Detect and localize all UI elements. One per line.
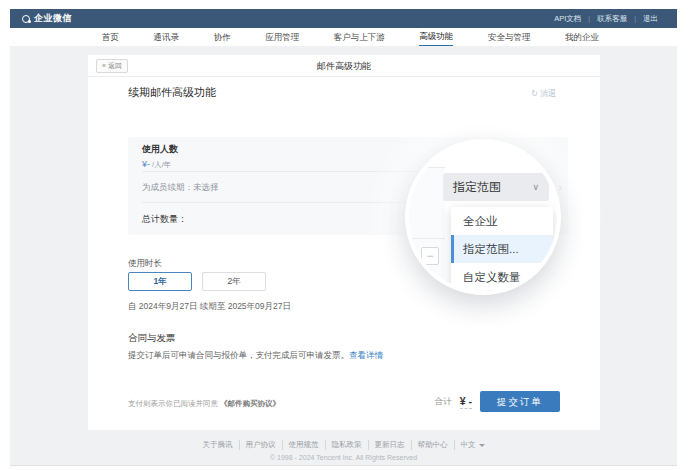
- wecom-logo-icon: [22, 15, 30, 23]
- view-details-link[interactable]: 查看详情: [349, 350, 383, 360]
- logout-link[interactable]: 退出: [636, 14, 665, 24]
- refund-icon: ↻: [531, 89, 538, 98]
- footer-privacy-policy[interactable]: 隐私政策: [326, 440, 369, 450]
- main-nav: 首页 通讯录 协作 应用管理 客户与上下游 高级功能 安全与管理 我的企业: [10, 28, 677, 46]
- scope-dropdown-trigger[interactable]: 指定范围 ∨: [443, 173, 549, 201]
- contract-desc-text: 提交订单后可申请合同与报价单，支付完成后可申请发票。: [128, 350, 349, 360]
- renew-label: 为成员续期：: [142, 182, 193, 192]
- topbar: 企业微信 API文档 | 联系客服 | 退出: [10, 9, 677, 28]
- menu-option-whole-company[interactable]: 全企业: [451, 207, 553, 235]
- footer: 关于腾讯 用户协议 使用规范 隐私政策 更新日志 帮助中心 中文 © 1998 …: [10, 440, 677, 461]
- nav-advanced-features[interactable]: 高级功能: [419, 28, 453, 47]
- refund-label: 清退: [540, 88, 556, 99]
- renewal-period-text: 自 2024年9月27日 续期至 2025年09月27日: [128, 301, 291, 313]
- footer-language-selector[interactable]: 中文: [455, 440, 491, 450]
- price-unit: /人/年: [150, 160, 171, 169]
- wecom-logo-text: 企业微信: [34, 12, 72, 25]
- back-label: 返回: [108, 60, 122, 72]
- contract-invoice-desc: 提交订单后可申请合同与报价单，支付完成后可申请发票。查看详情: [128, 350, 383, 362]
- copyright-text: © 1998 - 2024 Tencent Inc. All Rights Re…: [10, 454, 677, 461]
- topbar-links: API文档 | 联系客服 | 退出: [547, 14, 665, 24]
- footer-help-center[interactable]: 帮助中心: [412, 440, 455, 450]
- pay-cluster: 合计 ¥ - 提交订单: [435, 391, 560, 412]
- nav-contacts[interactable]: 通讯录: [154, 29, 180, 46]
- total-label: 合计: [435, 396, 452, 408]
- menu-option-specified-scope[interactable]: 指定范围...: [451, 235, 553, 263]
- chevron-right-icon[interactable]: ›: [558, 172, 562, 202]
- footer-user-agreement[interactable]: 用户协议: [240, 440, 283, 450]
- nav-home[interactable]: 首页: [102, 29, 119, 46]
- section-title: 续期邮件高级功能: [128, 85, 216, 100]
- agreement-prefix: 支付则表示你已阅读并同意: [128, 399, 220, 408]
- contract-invoice-title: 合同与发票: [128, 332, 176, 345]
- divider: [409, 238, 445, 239]
- footer-changelog[interactable]: 更新日志: [369, 440, 412, 450]
- purchase-agreement-link[interactable]: 《邮件购买协议》: [220, 399, 280, 408]
- api-docs-link[interactable]: API文档: [547, 14, 588, 24]
- contact-support-link[interactable]: 联系客服: [590, 14, 634, 24]
- footer-links: 关于腾讯 用户协议 使用规范 隐私政策 更新日志 帮助中心 中文: [10, 440, 677, 450]
- agreement-text: 支付则表示你已阅读并同意 《邮件购买协议》: [128, 399, 280, 409]
- back-button[interactable]: « 返回: [96, 59, 128, 73]
- page: 企业微信 API文档 | 联系客服 | 退出 首页 通讯录 协作 应用管理 客户…: [0, 0, 688, 470]
- total-quantity-label: 总计数量：: [142, 214, 187, 224]
- duration-2year-button[interactable]: 2年: [202, 272, 266, 291]
- back-icon: «: [102, 60, 106, 72]
- total-amount: ¥ -: [460, 395, 472, 409]
- card-header: « 返回 邮件高级功能: [88, 55, 600, 77]
- submit-order-button[interactable]: 提交订单: [480, 391, 560, 412]
- nav-customers[interactable]: 客户与上下游: [334, 29, 385, 46]
- footer-usage-rules[interactable]: 使用规范: [283, 440, 326, 450]
- duration-1year-button[interactable]: 1年: [128, 272, 192, 291]
- wecom-logo: 企业微信: [22, 12, 72, 25]
- content-area: « 返回 邮件高级功能 续期邮件高级功能 ↻ 清退 使用人数 ¥- /人/年 为…: [10, 46, 677, 466]
- footer-about-tencent[interactable]: 关于腾讯: [197, 440, 240, 450]
- magnifier-spotlight: − 指定范围 ∨ 全企业 指定范围... 自定义数量: [405, 139, 561, 295]
- nav-collaboration[interactable]: 协作: [214, 29, 231, 46]
- nav-security-management[interactable]: 安全与管理: [488, 29, 531, 46]
- duration-options: 1年 2年: [128, 272, 266, 291]
- nav-app-management[interactable]: 应用管理: [265, 29, 299, 46]
- scope-dropdown-value: 指定范围: [453, 179, 501, 196]
- caret-down-icon: [479, 444, 485, 447]
- duration-label: 使用时长: [128, 258, 162, 270]
- refund-link[interactable]: ↻ 清退: [531, 88, 556, 99]
- renew-value: 未选择: [193, 182, 219, 192]
- quantity-minus-button[interactable]: −: [421, 247, 439, 265]
- nav-my-enterprise[interactable]: 我的企业: [565, 29, 599, 46]
- magnifier-content: − 指定范围 ∨ 全企业 指定范围... 自定义数量: [409, 143, 557, 291]
- page-title: 邮件高级功能: [88, 55, 600, 77]
- chevron-down-icon: ∨: [532, 182, 539, 192]
